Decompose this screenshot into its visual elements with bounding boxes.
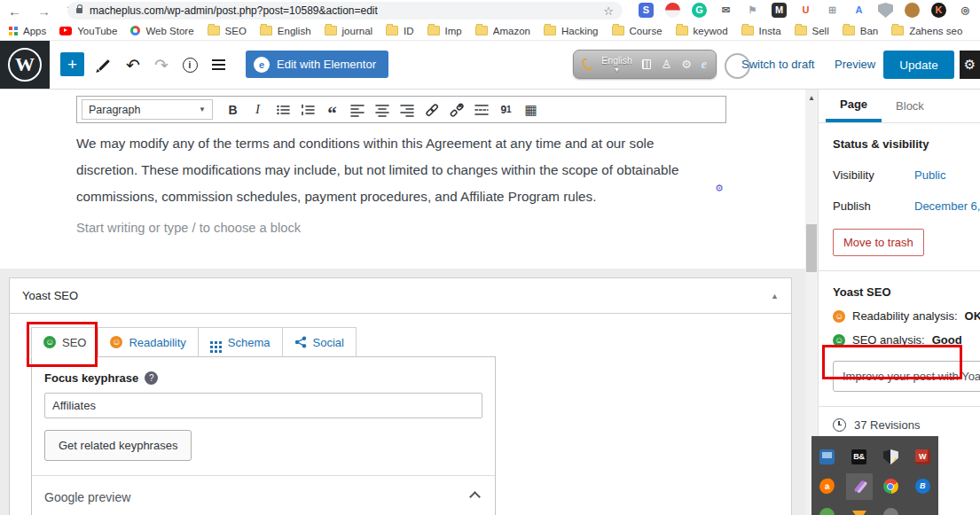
yoast-sidebar-panel: Yoast SEO ☺ Readability analysis: OK ☺ S… — [819, 271, 980, 407]
bookmark-folder-keywod[interactable]: keywod — [676, 26, 728, 36]
gray-app-tray-icon[interactable] — [883, 508, 898, 515]
browser-helper-icon[interactable]: e — [702, 58, 707, 72]
forward-button[interactable]: → — [37, 4, 51, 18]
bookmark-apps[interactable]: Apps — [9, 26, 46, 36]
bookmark-folder-id[interactable]: ID — [386, 26, 414, 36]
grammar-widget-icon[interactable]: ⚙ — [715, 183, 724, 194]
bookmark-folder-seo[interactable]: SEO — [208, 26, 247, 36]
chrome-tray-icon[interactable] — [883, 479, 898, 494]
settings-gear-button[interactable]: ⚙ — [960, 51, 980, 79]
shield-extension-icon[interactable] — [878, 3, 893, 18]
bookmark-folder-english[interactable]: English — [260, 26, 311, 36]
tab-seo[interactable]: ☺ SEO — [31, 327, 98, 357]
collapse-triangle-icon[interactable]: ▲ — [771, 292, 779, 300]
bookmark-folder-amazon[interactable]: Amazon — [475, 26, 530, 36]
italic-button[interactable]: I — [246, 98, 270, 121]
mail-extension-icon[interactable]: ✉ — [718, 3, 733, 18]
bookmark-star-icon[interactable]: ☆ — [603, 4, 614, 18]
add-block-button[interactable]: + — [60, 52, 84, 76]
paragraph-style-dropdown[interactable]: Paragraph ▼ — [82, 99, 213, 120]
wordpress-logo-button[interactable]: W — [0, 41, 50, 89]
bluetooth-tray-icon[interactable] — [915, 479, 930, 494]
back-button[interactable]: ← — [8, 4, 21, 18]
address-bar[interactable]: macheplus.com/wp-admin/post.php?post=105… — [67, 2, 623, 20]
details-button[interactable] — [177, 52, 202, 77]
folder-icon — [544, 26, 556, 35]
yoast-metabox-header[interactable]: Yoast SEO ▲ — [10, 278, 791, 314]
ubersuggest-extension-icon[interactable]: U — [798, 3, 813, 18]
cookie-extension-icon[interactable] — [905, 3, 920, 18]
numbered-list-button[interactable] — [295, 98, 319, 121]
bb-app-tray-icon[interactable] — [851, 449, 866, 464]
bookmark-folder-zahens-seo[interactable]: Zahens seo — [891, 26, 962, 36]
avro-tool-icon[interactable]: ♙ — [661, 59, 671, 70]
keyboard-shortcuts-button[interactable]: ▦ — [519, 98, 543, 121]
edit-with-elementor-button[interactable]: e Edit with Elementor — [246, 51, 388, 78]
help-icon[interactable]: ? — [145, 371, 158, 385]
read-more-button[interactable] — [469, 98, 493, 121]
special-character-button[interactable]: 91 — [494, 98, 518, 121]
highlighted-tray-cell[interactable] — [846, 473, 873, 500]
grammarly-extension-icon[interactable]: G — [692, 3, 707, 18]
bookmark-folder-imp[interactable]: Imp — [427, 26, 462, 36]
tab-schema[interactable]: Schema — [198, 327, 283, 357]
undo-button[interactable]: ↶ — [121, 52, 145, 77]
visibility-value-link[interactable]: Public — [914, 168, 945, 182]
similarweb-extension-icon[interactable]: S — [639, 3, 654, 18]
bookmark-webstore[interactable]: Web Store — [130, 26, 193, 36]
window-extension-icon[interactable]: ⊞ — [825, 3, 840, 18]
network-monitor-tray-icon[interactable] — [819, 449, 835, 464]
remove-link-button[interactable] — [444, 98, 468, 121]
redo-button[interactable]: ↷ — [149, 52, 174, 77]
pokeball-extension-icon[interactable] — [665, 3, 680, 18]
avast-tray-icon[interactable] — [819, 478, 835, 495]
get-related-keyphrases-button[interactable]: Get related keyphrases — [44, 430, 192, 461]
avro-language-selector[interactable]: English▼ — [601, 56, 631, 73]
flag-extension-icon[interactable]: ⚑ — [745, 3, 760, 18]
scroll-up-arrow-icon[interactable]: ▲ — [808, 94, 815, 102]
scrollbar-thumb[interactable] — [806, 224, 817, 272]
avro-settings-icon[interactable]: ⚙ — [681, 59, 692, 70]
rings-extension-icon[interactable]: ◎ — [958, 3, 973, 18]
bookmark-folder-journal[interactable]: journal — [325, 26, 373, 36]
security-shield-tray-icon[interactable] — [883, 449, 898, 464]
switch-to-draft-link[interactable]: Switch to draft — [741, 58, 814, 71]
align-center-button[interactable] — [370, 98, 394, 121]
tools-button[interactable] — [91, 52, 116, 77]
google-preview-toggle[interactable]: Google preview — [44, 476, 482, 515]
bold-button[interactable]: B — [221, 98, 245, 121]
insert-link-button[interactable] — [419, 98, 443, 121]
preview-link[interactable]: Preview — [835, 58, 875, 71]
bookmark-folder-ban[interactable]: Ban — [843, 26, 878, 36]
bookmark-folder-insta[interactable]: Insta — [741, 26, 781, 36]
avro-minimize-icon[interactable] — [725, 53, 750, 79]
list-view-button[interactable] — [206, 52, 231, 77]
update-button[interactable]: Update — [883, 51, 954, 79]
funnel-app-tray-icon[interactable] — [852, 511, 866, 515]
red-w-cube-tray-icon[interactable] — [915, 449, 930, 464]
move-to-trash-button[interactable]: Move to trash — [833, 229, 924, 256]
tab-block[interactable]: Block — [882, 90, 938, 122]
green-app-tray-icon[interactable] — [819, 508, 835, 515]
bookmark-folder-hacking[interactable]: Hacking — [544, 26, 599, 36]
bookmark-folder-sell[interactable]: Sell — [795, 26, 829, 36]
tab-social[interactable]: Social — [282, 327, 357, 357]
tab-page[interactable]: Page — [826, 90, 882, 122]
monday-extension-icon[interactable]: M — [772, 3, 787, 18]
translate-extension-icon[interactable]: A — [851, 3, 866, 18]
tab-readability[interactable]: ☺ Readability — [98, 327, 198, 357]
blockquote-button[interactable]: “ — [320, 94, 344, 125]
publish-date-link[interactable]: December 6, 2020 — [914, 199, 980, 213]
keyboard-layout-icon[interactable] — [642, 59, 652, 69]
avro-logo-icon[interactable] — [580, 56, 595, 72]
align-left-button[interactable] — [345, 98, 369, 121]
focus-keyphrase-input[interactable] — [44, 393, 482, 418]
keywords-extension-icon[interactable]: K — [931, 3, 946, 18]
align-right-button[interactable] — [395, 98, 419, 121]
bookmark-folder-course[interactable]: Course — [612, 26, 662, 36]
improve-post-button[interactable]: Improve your post with Yoast S — [833, 361, 980, 392]
bulleted-list-button[interactable] — [270, 98, 294, 121]
bookmark-youtube[interactable]: YouTube — [59, 26, 117, 36]
block-appender-placeholder[interactable]: Start writing or type / to choose a bloc… — [76, 221, 301, 235]
paragraph-block[interactable]: We may modify any of the terms and condi… — [76, 130, 715, 210]
